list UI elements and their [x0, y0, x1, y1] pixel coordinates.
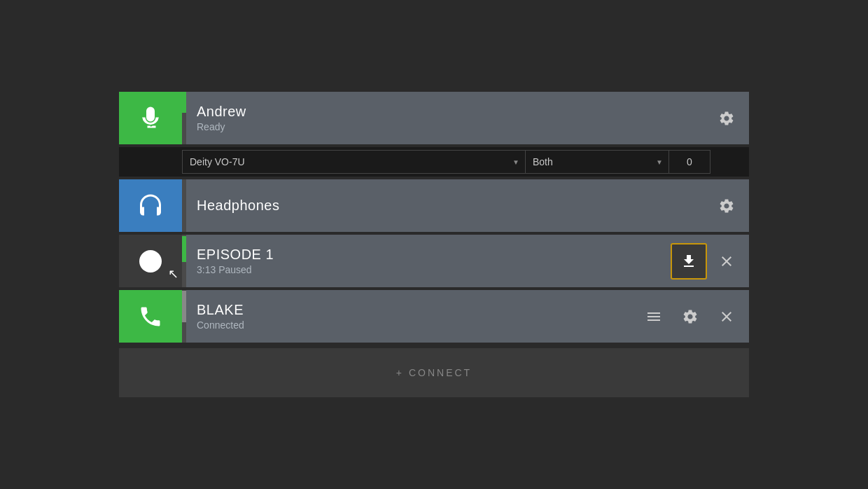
blake-row: BLAKE Connected — [119, 290, 749, 343]
episode-actions — [665, 235, 749, 287]
close-icon — [718, 308, 735, 325]
record-icon — [139, 250, 162, 273]
number-dropdown[interactable]: 0 1 2 — [668, 150, 710, 174]
episode-row: EPISODE 1 3:13 Paused ↖ — [119, 235, 749, 287]
headphones-icon — [138, 193, 163, 219]
channel-dropdown-wrapper: Both Left Right ▼ — [525, 150, 668, 174]
episode-content: EPISODE 1 3:13 Paused — [186, 235, 665, 287]
menu-icon — [645, 308, 662, 325]
blake-actions — [631, 290, 749, 343]
gear-icon — [682, 308, 699, 325]
cursor-indicator: ↖ — [168, 266, 178, 282]
headphones-title: Headphones — [197, 198, 694, 214]
blake-menu-button[interactable] — [637, 300, 671, 333]
andrew-title: Andrew — [197, 104, 694, 120]
andrew-subtitle: Ready — [197, 121, 694, 132]
blake-title: BLAKE — [197, 302, 621, 318]
headphones-actions — [704, 179, 749, 232]
connect-label: + CONNECT — [396, 367, 472, 378]
device-dropdown-wrapper: Deity VO-7U Built-in Microphone USB Audi… — [182, 150, 525, 174]
andrew-row: Andrew Ready — [119, 92, 749, 144]
gear-icon — [718, 198, 735, 214]
headphones-settings-button[interactable] — [710, 189, 743, 223]
episode-subtitle: 3:13 Paused — [197, 264, 654, 275]
andrew-settings-button[interactable] — [710, 102, 743, 135]
blake-close-button[interactable] — [710, 300, 743, 333]
blake-settings-button[interactable] — [673, 300, 707, 333]
channel-dropdown[interactable]: Both Left Right — [525, 150, 668, 174]
main-container: Andrew Ready Deity VO-7U Built-in Microp… — [119, 92, 749, 397]
blake-content: BLAKE Connected — [186, 290, 631, 343]
blake-icon-bg — [119, 290, 182, 343]
gear-icon — [718, 110, 735, 127]
andrew-content: Andrew Ready — [186, 92, 704, 144]
download-icon — [680, 253, 697, 270]
close-icon — [718, 253, 735, 270]
episode-download-button[interactable] — [671, 243, 707, 280]
blake-subtitle: Connected — [197, 319, 621, 331]
microphone-icon — [138, 106, 163, 131]
phone-icon — [138, 304, 163, 329]
number-dropdown-wrapper: 0 1 2 — [668, 150, 710, 174]
andrew-icon-bg — [119, 92, 182, 144]
device-dropdown[interactable]: Deity VO-7U Built-in Microphone USB Audi… — [182, 150, 525, 174]
headphones-row: Headphones — [119, 179, 749, 232]
episode-close-button[interactable] — [710, 245, 743, 278]
headphones-icon-bg — [119, 179, 182, 232]
dropdown-row: Deity VO-7U Built-in Microphone USB Audi… — [119, 147, 749, 177]
andrew-actions — [704, 92, 749, 144]
headphones-content: Headphones — [186, 179, 704, 232]
episode-title: EPISODE 1 — [197, 247, 654, 263]
connect-button[interactable]: + CONNECT — [119, 348, 749, 397]
